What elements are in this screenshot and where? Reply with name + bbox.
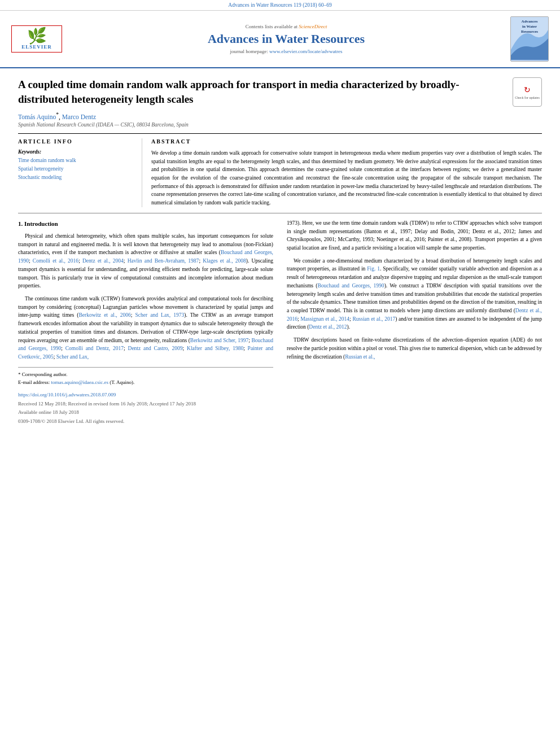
ref-massignan[interactable]: Massignan et al., 2014	[300, 316, 349, 322]
keyword-3: Stochastic modeling	[18, 173, 133, 182]
intro-para-1: Physical and chemical heterogeneity, whi…	[18, 232, 273, 290]
available-line: Available online 18 July 2018	[18, 409, 273, 417]
main-content: A coupled time domain random walk approa…	[0, 68, 560, 435]
journal-title: Advances in Water Resources	[71, 32, 501, 46]
journal-thumbnail: Advances in Water Resources	[510, 16, 549, 62]
body-left-column: 1. Introduction Physical and chemical he…	[18, 219, 273, 426]
paper-title: A coupled time domain random walk approa…	[18, 77, 506, 106]
received-line: Received 12 May 2018; Received in revise…	[18, 400, 273, 408]
keywords-label: Keywords:	[18, 149, 133, 155]
ref-bouchaud-georges-3[interactable]: Bouchaud and Georges, 1990	[317, 283, 384, 289]
ref-comolli[interactable]: Comolli et al., 2016	[33, 258, 78, 264]
elsevier-logo: 🌿 ELSEVIER	[11, 25, 62, 53]
sciencedirect-link[interactable]: ScienceDirect	[299, 24, 327, 29]
right-para-2: We consider a one-dimensional medium cha…	[287, 257, 542, 331]
email-line: E-mail address: tomas.aquino@idaea.csic.…	[18, 379, 273, 387]
keyword-2: Spatial heterogeneity	[18, 165, 133, 173]
author-dentz[interactable]: Marco Dentz	[62, 113, 96, 120]
body-two-columns: 1. Introduction Physical and chemical he…	[18, 219, 542, 426]
ref-russian-2[interactable]: Russian et al.,	[345, 354, 375, 360]
doi-line: https://doi.org/10.1016/j.advwatres.2018…	[18, 391, 273, 399]
footnote-section: * Corresponding author. E-mail address: …	[18, 367, 273, 387]
ref-klages[interactable]: Klages et al., 2008	[203, 258, 246, 264]
ref-havlin[interactable]: Havlin and Ben-Avraham, 1987	[128, 258, 199, 264]
check-updates-icon: ↻	[524, 85, 531, 95]
section-divider	[18, 213, 542, 213]
ref-berkowitz[interactable]: Berkowitz et al., 2006	[78, 312, 130, 318]
right-para-3: TDRW descriptions based on finite-volume…	[287, 336, 542, 361]
doi-link[interactable]: https://doi.org/10.1016/j.advwatres.2018…	[18, 392, 116, 397]
footer-section: https://doi.org/10.1016/j.advwatres.2018…	[18, 391, 273, 426]
ref-berkowitz-scher[interactable]: Berkowitz and Scher, 1997	[190, 338, 249, 343]
journal-header-bar: Advances in Water Resources 119 (2018) 6…	[0, 0, 560, 11]
and-text: and	[399, 316, 406, 322]
ref-fig1[interactable]: Fig. 1	[367, 266, 380, 272]
email-link[interactable]: tomas.aquino@idaea.csic.es	[51, 379, 108, 385]
ref-klafter-silbey[interactable]: Klafter and Silbey, 1980	[187, 346, 243, 351]
sciencedirect-line: Contents lists available at ScienceDirec…	[71, 24, 501, 29]
right-para-1: 1973). Here, we use the term time domain…	[287, 219, 542, 252]
corresponding-note: * Corresponding author.	[18, 371, 273, 379]
authors-line: Tomás Aquino*, Marco Dentz	[18, 111, 542, 120]
journal-thumb-text: Advances in Water Resources	[510, 16, 549, 62]
article-info-heading: ARTICLE INFO	[18, 138, 133, 145]
intro-para-2: The continuous time random walk (CTRW) f…	[18, 295, 273, 361]
copyright-line: 0309-1708/© 2018 Elsevier Ltd. All right…	[18, 418, 273, 426]
svg-text:Advances: Advances	[522, 19, 538, 24]
keyword-1: Time domain random walk	[18, 156, 133, 165]
svg-text:in Water: in Water	[522, 24, 537, 29]
ref-russian[interactable]: Russian et al., 2017	[352, 316, 395, 322]
body-right-column: 1973). Here, we use the term time domain…	[287, 219, 542, 426]
ref-dentz-2004[interactable]: Dentz et al., 2004	[82, 258, 124, 264]
check-updates-badge: ↻ Check for updates	[513, 77, 542, 107]
elsevier-logo-text: ELSEVIER	[15, 44, 58, 50]
intro-heading: 1. Introduction	[18, 219, 273, 229]
svg-text:Resources: Resources	[521, 29, 538, 34]
journal-homepage-line: journal homepage: www.elsevier.com/locat…	[71, 49, 501, 54]
ref-scher-lax[interactable]: Scher and Lax, 1973	[135, 312, 185, 318]
journal-center: Contents lists available at ScienceDirec…	[71, 24, 501, 54]
keywords-list: Time domain random walk Spatial heteroge…	[18, 156, 133, 182]
ref-scher-lax-2[interactable]: Scher and Lax,	[56, 354, 89, 360]
check-updates-label: Check for updates	[515, 96, 540, 99]
abstract-heading: ABSTRACT	[151, 138, 542, 145]
ref-dentz-castro[interactable]: Dentz and Castro, 2009	[128, 346, 183, 351]
abstract-column: ABSTRACT We develop a time domain random…	[142, 138, 542, 207]
author-aquino[interactable]: Tomás Aquino	[18, 113, 56, 120]
article-info-column: ARTICLE INFO Keywords: Time domain rando…	[18, 138, 142, 207]
ref-comolli-dentz[interactable]: Comolli and Dentz, 2017	[65, 346, 124, 351]
paper-title-section: A coupled time domain random walk approa…	[18, 77, 542, 107]
elsevier-tree-icon: 🌿	[15, 28, 58, 44]
authors: Tomás Aquino*, Marco Dentz	[18, 113, 96, 120]
affiliation: Spanish National Research Council (IDAEA…	[18, 122, 542, 128]
journal-top-section: 🌿 ELSEVIER Contents lists available at S…	[0, 11, 560, 68]
journal-reference: Advances in Water Resources 119 (2018) 6…	[228, 2, 331, 8]
article-info-abstract-section: ARTICLE INFO Keywords: Time domain rando…	[18, 133, 542, 207]
abstract-text: We develop a time domain random walk app…	[151, 149, 542, 207]
journal-homepage-link[interactable]: www.elsevier.com/locate/advwatres	[269, 49, 342, 54]
ref-dentz-2012-2[interactable]: Dentz et al., 2012	[309, 324, 347, 330]
